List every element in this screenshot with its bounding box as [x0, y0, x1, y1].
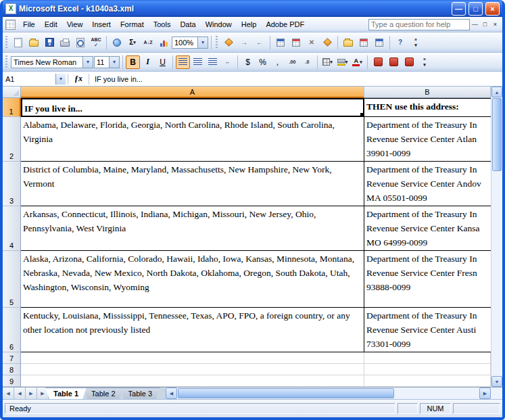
export-data-button[interactable]: ← — [252, 35, 267, 50]
borders-button[interactable]: ▾ — [320, 55, 335, 69]
italic-button[interactable]: I — [141, 55, 155, 69]
menu-view[interactable]: View — [62, 18, 88, 30]
sort-ascending-button[interactable]: A↓Z — [141, 35, 155, 50]
row-header-7[interactable]: 7 — [3, 352, 21, 364]
row-header-5[interactable]: 5 — [3, 251, 21, 308]
cell-B4[interactable]: Department of the Treasury In Revenue Se… — [364, 206, 491, 251]
cell-A7[interactable] — [21, 352, 364, 364]
insert-rows-button[interactable] — [356, 35, 371, 50]
minimize-button[interactable]: — — [452, 2, 466, 16]
insert-cells-button[interactable] — [273, 35, 288, 50]
close-button[interactable]: × — [485, 2, 500, 16]
increase-decimal-button[interactable]: .00 — [285, 55, 299, 69]
font-color-button[interactable]: A▾ — [350, 55, 364, 69]
spelling-button[interactable]: ABC✓ — [89, 35, 103, 50]
row-header-6[interactable]: 6 — [3, 308, 21, 352]
font-name-select[interactable]: Times New Roman▾ — [11, 56, 93, 68]
menu-window[interactable]: Window — [201, 18, 237, 30]
map-properties-button[interactable] — [320, 35, 335, 50]
zoom-select[interactable]: 100%▾ — [172, 37, 208, 49]
scroll-up-button[interactable]: ▲ — [491, 87, 502, 97]
fill-color-button[interactable]: ▾ — [335, 55, 350, 69]
tab-prev-button[interactable]: ◀ — [14, 388, 26, 399]
cell-B5[interactable]: Department of the Treasury In Revenue Se… — [364, 251, 491, 308]
font-size-select[interactable]: 11▾ — [94, 56, 120, 68]
menu-adobe-pdf[interactable]: Adobe PDF — [261, 18, 309, 30]
tab-table-3[interactable]: Table 3 — [120, 388, 160, 399]
menu-insert[interactable]: Insert — [87, 18, 116, 30]
worksheet-menu-icon[interactable] — [5, 20, 16, 30]
print-button[interactable] — [57, 35, 72, 50]
toolbar-grip[interactable] — [216, 36, 218, 49]
toolbar-grip[interactable] — [5, 55, 7, 69]
pdf-settings-button[interactable] — [402, 55, 416, 70]
formula-input[interactable]: IF you live in... — [91, 74, 502, 85]
workbook-restore-button[interactable]: □ — [480, 20, 490, 30]
percent-button[interactable]: % — [256, 55, 270, 69]
font-size-dropdown-icon[interactable]: ▾ — [109, 57, 119, 68]
delete-cells-button[interactable] — [289, 35, 304, 50]
menu-data[interactable]: Data — [175, 18, 200, 30]
merge-center-button[interactable]: ↔ — [220, 55, 235, 69]
save-button[interactable] — [42, 35, 57, 50]
horizontal-scroll-thumb[interactable] — [178, 388, 394, 398]
fill-color-dropdown-icon[interactable]: ▾ — [345, 60, 348, 65]
select-all-button[interactable] — [3, 87, 21, 98]
tab-table-1[interactable]: Table 1 — [45, 388, 87, 399]
row-header-3[interactable]: 3 — [3, 162, 21, 206]
menu-help[interactable]: Help — [237, 18, 262, 30]
import-data-button[interactable]: → — [237, 35, 251, 50]
tab-first-button[interactable]: ◀ — [3, 388, 14, 399]
name-box-dropdown-icon[interactable]: ▾ — [55, 74, 66, 85]
menu-edit[interactable]: Edit — [40, 18, 62, 30]
scroll-down-button[interactable]: ▼ — [491, 376, 502, 387]
toolbar-grip[interactable] — [5, 36, 7, 49]
new-button[interactable] — [11, 35, 26, 50]
autosum-button[interactable]: Σ▾ — [125, 35, 140, 50]
menu-file[interactable]: File — [18, 18, 40, 30]
scroll-right-button[interactable]: ▶ — [479, 388, 491, 399]
chart-wizard-button[interactable] — [156, 35, 171, 50]
horizontal-scroll-track[interactable] — [395, 388, 479, 399]
pdf-convert-button[interactable] — [370, 55, 385, 70]
cell-A9[interactable] — [21, 375, 364, 387]
font-name-dropdown-icon[interactable]: ▾ — [82, 57, 93, 68]
cell-B6[interactable]: Department of the Treasury In Revenue Se… — [364, 308, 491, 352]
decrease-decimal-button[interactable]: .0 — [300, 55, 314, 69]
underline-button[interactable]: U — [155, 55, 170, 69]
cell-A2[interactable]: Alabama, Delaware, Florida, Georgia, Nor… — [21, 117, 364, 162]
vertical-scrollbar[interactable]: ▲ ▼ — [491, 87, 502, 387]
toolbar-options-button[interactable]: »▾ — [417, 55, 432, 70]
maximize-button[interactable]: □ — [468, 2, 483, 16]
align-left-button[interactable] — [176, 55, 190, 69]
cell-A6[interactable]: Kentucky, Louisiana, Mississippi, Tennes… — [21, 308, 364, 352]
cell-B9[interactable] — [364, 375, 491, 387]
data-folder-button[interactable] — [341, 35, 356, 50]
row-header-2[interactable]: 2 — [3, 117, 21, 162]
font-color-dropdown-icon[interactable]: ▾ — [360, 60, 362, 65]
comma-button[interactable]: , — [270, 55, 285, 69]
workbook-minimize-button[interactable]: — — [470, 20, 480, 30]
horizontal-scrollbar[interactable]: ◀ ▶ — [166, 388, 491, 399]
delete-rows-button[interactable] — [372, 35, 387, 50]
cell-A4[interactable]: Arkansas, Connecticut, Illinois, Indiana… — [21, 206, 364, 251]
hyperlink-button[interactable] — [110, 35, 124, 50]
cell-B7[interactable] — [364, 352, 491, 364]
insert-function-button[interactable]: ƒx — [70, 74, 87, 84]
column-header-b[interactable]: B — [364, 87, 491, 98]
menu-format[interactable]: Format — [116, 18, 149, 30]
cell-A1[interactable]: IF you live in... — [21, 98, 364, 117]
toolbar-options-button[interactable]: »▾ — [408, 35, 423, 50]
name-box[interactable]: A1 — [3, 74, 55, 85]
tab-next-button[interactable]: ▶ — [26, 388, 37, 399]
cell-B8[interactable] — [364, 364, 491, 375]
align-center-button[interactable] — [191, 55, 205, 69]
vertical-scroll-thumb[interactable] — [492, 98, 502, 171]
cell-B3[interactable]: Department of the Treasury In Revenue Se… — [364, 162, 491, 206]
align-right-button[interactable] — [206, 55, 220, 69]
cell-A3[interactable]: District of Columbia, Maine, Maryland, M… — [21, 162, 364, 206]
cell-B2[interactable]: Department of the Treasury In Revenue Se… — [364, 117, 491, 162]
vertical-scroll-track[interactable] — [491, 172, 502, 376]
cell-A5[interactable]: Alaska, Arizona, California, Colorado, H… — [21, 251, 364, 308]
borders-dropdown-icon[interactable]: ▾ — [330, 60, 333, 65]
